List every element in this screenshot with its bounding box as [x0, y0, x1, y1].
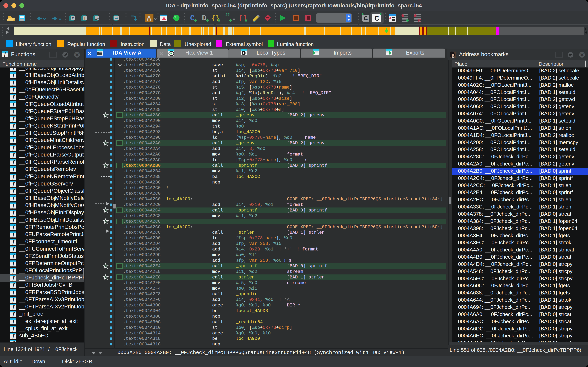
svg-text:#: # — [72, 16, 74, 20]
svg-text:T: T — [84, 16, 86, 20]
svg-text:A: A — [147, 14, 152, 22]
svg-text:010: 010 — [95, 17, 99, 20]
svg-text:{}: {} — [212, 14, 220, 22]
svg-text:C: C — [190, 14, 195, 23]
svg-text:”: ” — [225, 11, 230, 21]
svg-text:D: D — [202, 14, 207, 23]
svg-text:t: t — [243, 51, 244, 55]
svg-text:C: C — [364, 15, 368, 21]
svg-text:C: C — [375, 14, 379, 22]
